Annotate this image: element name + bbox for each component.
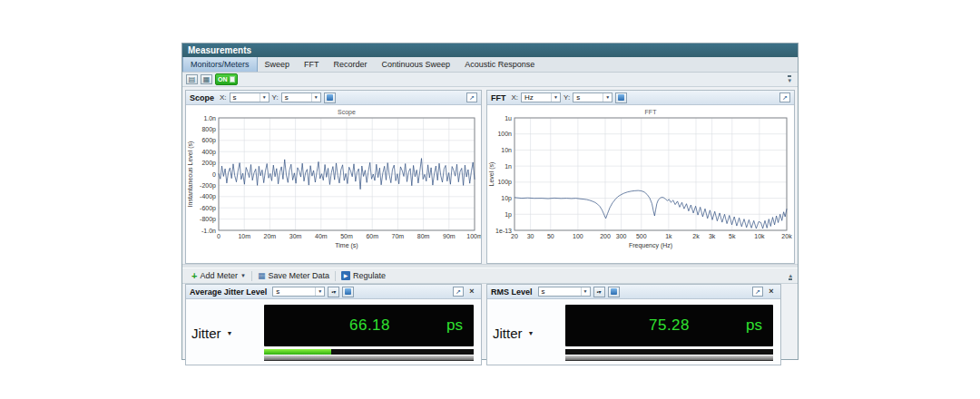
svg-text:1u: 1u <box>505 115 512 122</box>
fft-panel-header: FFT X: Hz▼ Y: s▼ ↗ <box>487 91 794 105</box>
svg-text:20m: 20m <box>264 233 277 239</box>
svg-text:-200p: -200p <box>200 182 216 190</box>
svg-text:200p: 200p <box>201 160 216 167</box>
meter-bar-fill <box>264 349 331 355</box>
monitors-view-icon[interactable]: ▦ <box>201 74 212 84</box>
meter-title: Average Jitter Level <box>190 287 267 297</box>
average-jitter-meter: Average Jitter Level s▼ ▪▾ ↗ × Jitter ▼ <box>185 284 482 365</box>
meter-body: Jitter ▼ 66.18 ps <box>186 299 481 365</box>
table-icon: ▦ <box>258 271 266 280</box>
svg-text:100n: 100n <box>497 131 512 137</box>
tab-monitors-meters[interactable]: Monitors/Meters <box>182 57 258 72</box>
svg-text:50m: 50m <box>340 233 353 239</box>
chevron-down-icon: ▼ <box>528 330 534 336</box>
on-toggle-label: ON <box>218 75 228 83</box>
svg-text:Level (s): Level (s) <box>488 162 495 187</box>
svg-text:90m: 90m <box>443 233 456 239</box>
meters-view-icon[interactable]: ▤ <box>186 74 198 84</box>
svg-text:1e-13: 1e-13 <box>495 228 512 234</box>
meter-toolbar: + Add Meter ▼ ▦ Save Meter Data ▶ Regula… <box>182 268 798 284</box>
plus-icon: + <box>191 271 197 281</box>
meter-settings-icon[interactable] <box>342 287 354 297</box>
chevron-down-icon: ▼ <box>581 287 590 296</box>
meter-display: 66.18 ps <box>264 305 474 346</box>
tab-recorder[interactable]: Recorder <box>327 57 375 72</box>
svg-text:30: 30 <box>527 233 534 239</box>
fft-panel: FFT X: Hz▼ Y: s▼ ↗ 2030501002003005001k2… <box>486 90 795 264</box>
scope-undock-icon[interactable]: ↗ <box>466 92 477 102</box>
svg-text:500: 500 <box>636 233 647 239</box>
svg-text:-400p: -400p <box>200 193 216 200</box>
fft-y-unit-dropdown[interactable]: s▼ <box>573 92 612 102</box>
close-icon[interactable]: × <box>466 287 477 297</box>
scope-panel-header: Scope X: s▼ Y: s▼ ↗ <box>186 91 481 105</box>
save-meter-data-button[interactable]: ▦ Save Meter Data <box>252 268 335 283</box>
tab-continuous-sweep[interactable]: Continuous Sweep <box>375 57 458 72</box>
play-icon: ▶ <box>341 271 350 280</box>
svg-text:FFT: FFT <box>645 109 658 115</box>
svg-text:100m: 100m <box>466 233 481 239</box>
chevron-down-icon: ▼ <box>315 287 324 296</box>
fft-x-unit-dropdown[interactable]: Hz▼ <box>521 92 561 102</box>
svg-text:1k: 1k <box>665 233 672 239</box>
pin-panel-icon[interactable]: ▾ <box>788 75 791 83</box>
fft-settings-icon[interactable] <box>615 92 627 103</box>
regulate-button[interactable]: ▶ Regulate <box>336 268 391 283</box>
svg-text:50: 50 <box>547 233 554 239</box>
svg-text:3k: 3k <box>709 233 716 239</box>
meter-bar-scale <box>565 355 773 361</box>
svg-text:10n: 10n <box>501 147 512 153</box>
meter-body: Jitter ▼ 75.28 ps <box>487 299 780 365</box>
svg-text:5k: 5k <box>729 233 736 239</box>
svg-text:2k: 2k <box>692 233 700 239</box>
meter-source-selector[interactable]: Jitter ▼ <box>493 305 560 361</box>
collapse-panel-icon[interactable]: ▴ <box>789 272 792 280</box>
add-meter-button[interactable]: + Add Meter ▼ <box>186 268 251 283</box>
meter-source-selector[interactable]: Jitter ▼ <box>191 305 259 361</box>
scope-x-label: X: <box>220 93 227 102</box>
svg-text:1n: 1n <box>505 163 512 170</box>
tab-sweep[interactable]: Sweep <box>258 57 298 72</box>
on-toggle[interactable]: ON <box>215 73 238 85</box>
close-icon[interactable]: × <box>766 287 777 297</box>
scope-settings-icon[interactable] <box>324 92 336 103</box>
meter-unit-dropdown[interactable]: s▼ <box>538 287 591 297</box>
svg-text:100p: 100p <box>497 179 512 186</box>
display-style-dropdown[interactable]: ▪▾ <box>328 287 339 297</box>
svg-text:800p: 800p <box>201 126 216 133</box>
svg-text:10k: 10k <box>754 233 765 239</box>
svg-text:Frequency (Hz): Frequency (Hz) <box>629 242 672 249</box>
svg-text:20k: 20k <box>781 233 792 239</box>
display-style-dropdown[interactable]: ▪▾ <box>593 287 605 297</box>
svg-text:Instantaneous Level (s): Instantaneous Level (s) <box>187 141 194 208</box>
svg-text:600p: 600p <box>201 137 216 144</box>
window-titlebar[interactable]: Measurements <box>182 44 798 57</box>
scope-panel: Scope X: s▼ Y: s▼ ↗ 010m20m30m40m50m60m7… <box>185 90 482 264</box>
scope-y-label: Y: <box>272 93 279 102</box>
on-toggle-knob <box>230 76 235 83</box>
chevron-down-icon: ▼ <box>260 93 269 102</box>
fft-y-label: Y: <box>564 93 570 102</box>
meter-unit: ps <box>446 316 463 335</box>
scope-x-unit-dropdown[interactable]: s▼ <box>230 92 270 102</box>
svg-text:0: 0 <box>217 233 220 239</box>
meter-bargraph <box>264 349 474 361</box>
tab-fft[interactable]: FFT <box>297 57 327 72</box>
meter-undock-icon[interactable]: ↗ <box>752 287 763 297</box>
fft-undock-icon[interactable]: ↗ <box>779 92 790 102</box>
svg-text:1p: 1p <box>505 211 512 219</box>
meter-value: 75.28 <box>649 316 690 335</box>
svg-text:100: 100 <box>573 233 583 239</box>
svg-text:200: 200 <box>600 233 611 239</box>
scope-y-unit-dropdown[interactable]: s▼ <box>281 92 321 102</box>
meter-undock-icon[interactable]: ↗ <box>453 287 464 297</box>
average-jitter-meter-header: Average Jitter Level s▼ ▪▾ ↗ × <box>186 285 481 299</box>
meter-settings-icon[interactable] <box>608 287 620 297</box>
svg-text:-800p: -800p <box>200 216 216 223</box>
scope-panel-title: Scope <box>190 93 214 102</box>
meter-unit-dropdown[interactable]: s▼ <box>272 287 325 297</box>
meter-bargraph <box>565 349 773 361</box>
meter-unit: ps <box>746 316 762 335</box>
charts-row: Scope X: s▼ Y: s▼ ↗ 010m20m30m40m50m60m7… <box>182 87 798 264</box>
tab-acoustic-response[interactable]: Acoustic Response <box>457 57 542 72</box>
